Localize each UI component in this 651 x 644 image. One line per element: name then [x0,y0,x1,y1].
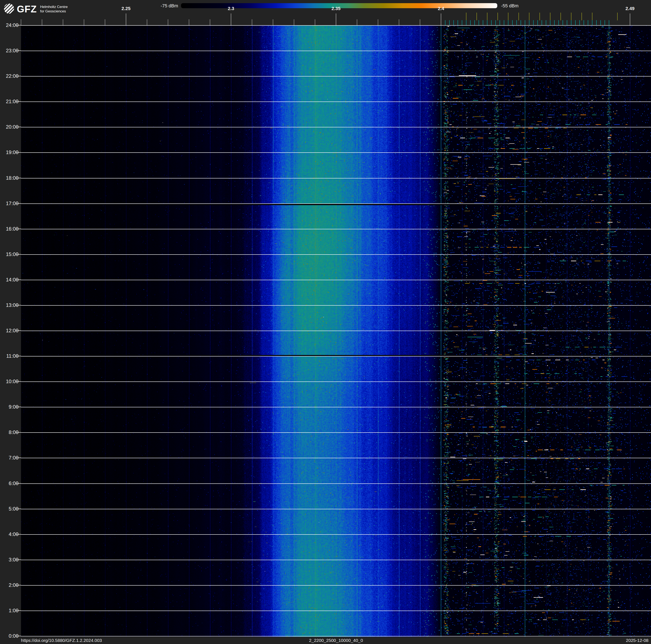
time-tick [16,101,21,102]
colorbar-gradient [181,3,497,8]
time-label: 9:00 [0,404,19,410]
wifi-channel-tick [497,12,498,20]
ble-channel-tick [596,20,597,25]
freq-minor-tick [126,19,126,25]
wifi-channel-tick [466,12,466,20]
time-label: 20:00 [0,124,19,130]
time-label: 13:00 [0,302,19,308]
freq-major-tick [126,13,126,25]
time-tick [16,483,21,484]
time-label: 0:00 [0,633,19,639]
ble-channel-tick [554,20,555,25]
ble-channel-tick [567,20,567,25]
ble-channel-tick [541,20,542,25]
freq-minor-tick [84,19,84,25]
org-line2: for Geosciences [40,9,68,13]
freq-minor-tick [231,19,231,25]
ble-channel-tick [604,20,605,25]
freq-minor-tick [336,19,336,25]
wifi-channel-tick [571,12,571,20]
wifi-channel-tick [476,12,477,20]
ble-channel-tick [550,20,550,25]
freq-minor-tick [378,19,378,25]
time-label: 1:00 [0,608,19,614]
time-tick [16,356,21,356]
freq-minor-tick [294,19,294,25]
time-tick [16,509,21,509]
time-label: 10:00 [0,379,19,384]
freq-minor-tick [189,19,189,25]
time-tick [16,152,21,153]
wifi-channel-tick [519,12,519,20]
ble-channel-tick [454,20,454,25]
ble-channel-tick [517,20,517,25]
time-tick [16,585,21,585]
logo-org-name: Helmholtz Centre for Geosciences [40,5,68,13]
freq-minor-tick [105,19,105,25]
ble-channel-tick [521,20,521,25]
time-label: 7:00 [0,455,19,461]
time-tick [16,229,21,229]
ble-channel-tick [512,20,513,25]
footer-date: 2025-12-08 [626,638,649,643]
freq-minor-tick [357,19,357,25]
time-tick [16,636,21,636]
freq-minor-tick [168,19,168,25]
time-tick [16,559,21,560]
time-tick [16,25,21,25]
time-label: 5:00 [0,506,19,512]
freq-major-tick [231,13,231,25]
time-tick [16,458,21,458]
ble-channel-tick [495,20,496,25]
time-label: 8:00 [0,430,19,435]
time-tick [16,178,21,178]
wifi-channel-tick [582,12,582,20]
freq-major-tick [336,13,336,25]
time-tick [16,127,21,127]
freq-major-tick [441,13,441,25]
time-tick [16,51,21,51]
gfz-logo: GFZ Helmholtz Centre for Geosciences [4,3,68,15]
ble-channel-tick [474,20,475,25]
freq-minor-tick [399,19,399,25]
gfz-logo-icon [4,3,14,15]
spectrogram-page: { "page_background": "#232323", "header"… [0,0,651,644]
ble-channel-tick [483,20,483,25]
freq-minor-tick [441,19,441,25]
time-label: 15:00 [0,252,19,257]
time-label: 24:00 [0,22,19,28]
freq-major-tick [630,13,630,25]
ble-channel-tick [537,20,538,25]
time-label: 14:00 [0,277,19,283]
ble-channel-tick [546,20,546,25]
ble-channel-tick [609,20,609,25]
ble-channel-tick [592,20,592,25]
colorbar-max-label: -55 dBm [501,3,519,8]
time-label: 18:00 [0,175,19,181]
freq-minor-tick [420,19,420,25]
freq-minor-tick [273,19,273,25]
ble-channel-tick [458,20,458,25]
time-tick [16,381,21,382]
freq-minor-tick [42,19,42,25]
time-label: 17:00 [0,201,19,206]
doi-link[interactable]: https://doi.org/10.5880/GFZ.1.2.2024.003 [21,638,102,643]
wifi-channel-tick [550,12,550,20]
time-tick [16,610,21,611]
wifi-channel-tick [529,12,529,20]
ble-channel-tick [445,20,445,25]
ble-channel-tick [563,20,563,25]
ble-channel-tick [487,20,488,25]
wifi-channel-tick [539,12,540,20]
wifi-channel-tick [487,12,488,20]
time-tick [16,407,21,407]
time-tick [16,432,21,433]
ble-channel-tick [491,20,492,25]
footer-filename: 2_2200_2500_10000_40_0 [309,638,363,643]
wifi-channel-tick [617,12,618,20]
ble-channel-tick [525,20,525,25]
ble-channel-tick [478,20,479,25]
ble-channel-tick [462,20,462,25]
ble-channel-tick [588,20,588,25]
freq-label: 2.25 [122,6,131,11]
